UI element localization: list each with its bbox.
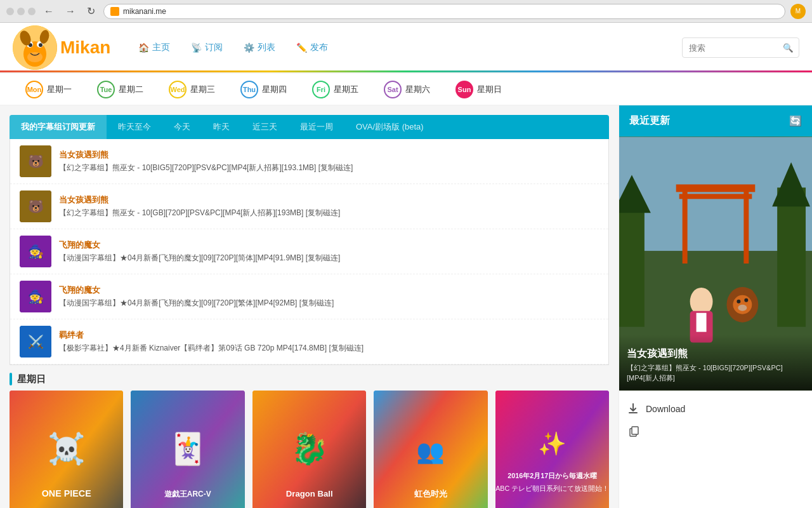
- svg-text:🐻: 🐻: [28, 154, 44, 169]
- tab-ova[interactable]: OVA/剧场版 (beta): [344, 115, 435, 139]
- copy-action[interactable]: [627, 420, 804, 443]
- refresh-icon[interactable]: 🔄: [789, 115, 802, 127]
- mon-label: 星期一: [47, 84, 72, 95]
- header: Mikan 🏠 主页 📡 订阅 ⚙️ 列表 ✏️ 发布 🔍: [0, 23, 812, 74]
- tue-label: 星期二: [119, 84, 143, 95]
- svg-rect-57: [632, 427, 638, 434]
- sub-row[interactable]: 🧙 飞翔的魔女 【动漫国字幕组】★04月新番[飞翔的魔女][09][720P][…: [10, 274, 608, 319]
- anime-poster: 🐉 Dragon Ball 📡: [252, 391, 366, 508]
- anime-poster: 👥 虹色时光 📡: [374, 391, 487, 508]
- fri-badge: Fri: [312, 81, 330, 98]
- tab-my-subscriptions[interactable]: 我的字幕组订阅更新: [10, 115, 107, 139]
- favicon: [110, 7, 119, 16]
- download-action[interactable]: Download: [627, 398, 804, 420]
- sub-desc: 【动漫国字幕组】★04月新番[飞翔的魔女][09][720P][简体][MP4[…: [59, 253, 599, 264]
- sub-info: 羁绊者 【极影字幕社】★4月新番 Kiznaiver【羁绊者】第09话 GB 7…: [59, 330, 599, 354]
- sat-label: 星期六: [405, 84, 430, 95]
- reload-button[interactable]: ↻: [84, 4, 98, 18]
- sub-desc: 【幻之字幕组】熊巫女 - 10[GB][720P][PSV&PC][MP4[新人…: [59, 208, 599, 218]
- sub-thumbnail: 🧙: [20, 281, 51, 312]
- anime-card[interactable]: ☠️ ONE PIECE 📡 6/5/2016 更新 海贼王: [10, 391, 123, 508]
- address-bar[interactable]: mikanani.me: [103, 4, 785, 19]
- sub-thumbnail: 🐻: [20, 145, 51, 177]
- sub-row[interactable]: 🐻 当女孩遇到熊 【幻之字幕组】熊巫女 - 10[BIG5][720P][PSV…: [10, 139, 608, 184]
- anime-grid: ☠️ ONE PIECE 📡 6/5/2016 更新 海贼王: [10, 391, 609, 508]
- minimize-btn[interactable]: [17, 8, 25, 15]
- url-text: mikanani.me: [123, 7, 166, 16]
- sub-title: 飞翔的魔女: [59, 239, 599, 251]
- svg-point-51: [733, 295, 752, 314]
- tab-yesterday-to-now[interactable]: 昨天至今: [107, 115, 162, 139]
- nav-publish[interactable]: ✏️ 发布: [287, 37, 337, 58]
- section-header: 星期日: [10, 365, 609, 391]
- weekday-wed[interactable]: Wed 星期三: [156, 74, 228, 105]
- subscription-table: 🐻 当女孩遇到熊 【幻之字幕组】熊巫女 - 10[BIG5][720P][PSV…: [10, 139, 609, 365]
- sub-row[interactable]: 🧙 飞翔的魔女 【动漫国字幕组】★04月新番[飞翔的魔女][09][720P][…: [10, 229, 608, 274]
- weekday-mon[interactable]: Mon 星期一: [13, 74, 84, 105]
- sub-info: 飞翔的魔女 【动漫国字幕组】★04月新番[飞翔的魔女][09][720P][简体…: [59, 239, 599, 264]
- svg-rect-39: [777, 187, 806, 326]
- nav-home[interactable]: 🏠 主页: [129, 37, 179, 58]
- weekday-sat[interactable]: Sat 星期六: [371, 74, 443, 105]
- anime-card[interactable]: 🃏 遊戯王ARC-V 📡 6/5/2016 更新 游戏王ARC-V: [131, 391, 244, 508]
- svg-text:虹色时光: 虹色时光: [414, 489, 448, 498]
- panel-poster-overlay: 当女孩遇到熊 【幻之字幕组】熊巫女 - 10[BIG5][720P][PSV&P…: [619, 335, 812, 391]
- section-title: 星期日: [17, 373, 46, 385]
- nav-list[interactable]: ⚙️ 列表: [235, 37, 284, 58]
- svg-text:🃏: 🃏: [169, 431, 207, 467]
- sub-desc: 【幻之字幕组】熊巫女 - 10[BIG5][720P][PSV&PC][MP4[…: [59, 163, 599, 173]
- tab-week[interactable]: 最近一周: [289, 115, 344, 139]
- anime-card[interactable]: ✨ 2016年2月17日から毎週水曜 ABC テレビ朝日系列にて放送開始！ 📡 …: [495, 391, 609, 508]
- tab-yesterday[interactable]: 昨天: [202, 115, 241, 139]
- svg-rect-44: [679, 194, 752, 199]
- panel-title: 最近更新: [629, 114, 670, 128]
- search-button[interactable]: 🔍: [778, 43, 799, 53]
- fri-label: 星期五: [334, 84, 358, 95]
- sub-row[interactable]: 🐻 当女孩遇到熊 【幻之字幕组】熊巫女 - 10[GB][720P][PSV&P…: [10, 184, 608, 229]
- tabs-bar: 我的字幕组订阅更新 昨天至今 今天 昨天 近三天 最近一周 OVA/剧场版 (b…: [10, 115, 609, 139]
- thu-badge: Thu: [240, 81, 258, 98]
- svg-text:ONE PIECE: ONE PIECE: [42, 488, 91, 498]
- wed-badge: Wed: [169, 81, 187, 98]
- svg-point-54: [738, 305, 747, 311]
- svg-point-53: [744, 298, 748, 302]
- svg-text:ABC テレビ朝日系列にて放送開始！: ABC テレビ朝日系列にて放送開始！: [495, 485, 609, 492]
- anime-card[interactable]: 🐉 Dragon Ball 📡 6/5/2016 更新 龙珠超: [252, 391, 366, 508]
- anime-card[interactable]: 👥 虹色时光 📡 5/30/2016 更新 虹色时光: [374, 391, 487, 508]
- sub-title: 羁绊者: [59, 330, 599, 341]
- download-icon: [627, 403, 639, 415]
- forward-button[interactable]: →: [62, 4, 79, 18]
- search-box: 🔍: [682, 37, 799, 58]
- wed-label: 星期三: [190, 84, 215, 95]
- svg-text:🧙: 🧙: [28, 244, 44, 259]
- tab-today[interactable]: 今天: [162, 115, 202, 139]
- logo-text: Mikan: [60, 37, 110, 58]
- close-btn[interactable]: [6, 8, 14, 15]
- svg-rect-47: [697, 313, 707, 332]
- svg-text:👥: 👥: [416, 438, 445, 465]
- weekday-sun[interactable]: Sun 星期日: [443, 74, 514, 105]
- sat-badge: Sat: [384, 81, 402, 98]
- search-input[interactable]: [683, 43, 778, 53]
- thu-label: 星期四: [262, 84, 287, 95]
- sub-info: 飞翔的魔女 【动漫国字幕组】★04月新番[飞翔的魔女][09][720P][繁体…: [59, 284, 599, 309]
- sub-row[interactable]: ⚔️ 羁绊者 【极影字幕社】★4月新番 Kiznaiver【羁绊者】第09话 G…: [10, 319, 608, 364]
- weekday-fri[interactable]: Fri 星期五: [299, 74, 371, 105]
- tab-3days[interactable]: 近三天: [241, 115, 289, 139]
- weekday-tue[interactable]: Tue 星期二: [84, 74, 156, 105]
- svg-text:🧙: 🧙: [28, 289, 44, 304]
- panel-anime-title: 当女孩遇到熊: [627, 347, 804, 361]
- sub-title: 当女孩遇到熊: [59, 149, 599, 161]
- panel-anime-desc: 【幻之字幕组】熊巫女 - 10[BIG5][720P][PSV&PC][MP4[…: [627, 363, 804, 383]
- logo[interactable]: Mikan: [13, 25, 110, 70]
- download-label: Download: [646, 404, 685, 414]
- svg-text:🐉: 🐉: [290, 431, 328, 467]
- nav-subscribe[interactable]: 📡 订阅: [182, 37, 232, 58]
- sub-thumbnail: 🐻: [20, 190, 51, 222]
- svg-text:✨: ✨: [538, 430, 566, 457]
- profile-icon[interactable]: M: [790, 4, 806, 19]
- back-button[interactable]: ←: [41, 4, 57, 18]
- maximize-btn[interactable]: [28, 8, 36, 15]
- weekday-thu[interactable]: Thu 星期四: [228, 74, 299, 105]
- page: Mikan 🏠 主页 📡 订阅 ⚙️ 列表 ✏️ 发布 🔍: [0, 23, 812, 508]
